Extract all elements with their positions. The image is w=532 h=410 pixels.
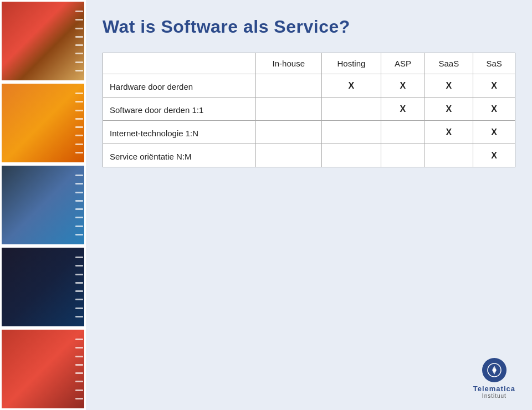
col-header-sas: SaS (473, 53, 515, 74)
cell-internet-inhouse (256, 121, 321, 144)
col-header-inhouse: In-house (256, 53, 321, 74)
x-mark: X (491, 127, 497, 137)
col-header-hosting: Hosting (321, 53, 381, 74)
x-mark: X (491, 151, 497, 160)
sidebar-image-3 (0, 164, 86, 246)
cell-internet-saas: X (424, 121, 473, 144)
cell-hardware-inhouse (256, 74, 321, 98)
table-row: Software door derden 1:1 X X X (103, 98, 515, 121)
table-row: Hardware door derden X X X X (103, 74, 515, 98)
sidebar-image-4 (0, 246, 86, 328)
col-header-empty (103, 53, 256, 74)
cell-software-sas: X (473, 98, 515, 121)
col-header-asp: ASP (381, 53, 424, 74)
left-sidebar (0, 0, 86, 410)
row-label-hardware: Hardware door derden (103, 74, 256, 98)
table-row: Internet-technologie 1:N X X (103, 121, 515, 144)
cell-internet-sas: X (473, 121, 515, 144)
cell-software-asp: X (381, 98, 424, 121)
cell-hardware-hosting: X (321, 74, 381, 98)
logo-name: Telematica (473, 385, 515, 393)
col-header-saas: SaaS (424, 53, 473, 74)
table-header-row: In-house Hosting ASP SaaS SaS (103, 53, 515, 74)
sidebar-image-1 (0, 0, 86, 82)
cell-software-inhouse (256, 98, 321, 121)
svg-point-1 (493, 368, 496, 372)
row-label-internet: Internet-technologie 1:N (103, 121, 256, 144)
cell-hardware-asp: X (381, 74, 424, 98)
table-row: Service oriëntatie N:M X (103, 144, 515, 167)
cell-service-inhouse (256, 144, 321, 167)
sidebar-image-2 (0, 82, 86, 164)
x-mark: X (400, 104, 406, 114)
logo-area: Telematica Instituut (473, 358, 515, 399)
cell-software-saas: X (424, 98, 473, 121)
sidebar-images (0, 0, 86, 410)
x-mark: X (446, 104, 452, 114)
footer-area: Telematica Instituut (103, 352, 515, 399)
row-label-service: Service oriëntatie N:M (103, 144, 256, 167)
x-mark: X (491, 81, 497, 90)
cell-internet-hosting (321, 121, 381, 144)
logo-icon (487, 362, 502, 378)
cell-hardware-saas: X (424, 74, 473, 98)
main-content: Wat is Software als Service? In-house Ho… (86, 0, 532, 410)
page-title: Wat is Software als Service? (103, 17, 515, 37)
cell-software-hosting (321, 98, 381, 121)
cell-internet-asp (381, 121, 424, 144)
x-mark: X (491, 104, 497, 114)
cell-service-hosting (321, 144, 381, 167)
cell-service-saas (424, 144, 473, 167)
comparison-table: In-house Hosting ASP SaaS SaS Hardware d… (103, 53, 515, 167)
x-mark: X (400, 81, 406, 90)
cell-service-sas: X (473, 144, 515, 167)
cell-service-asp (381, 144, 424, 167)
x-mark: X (349, 81, 355, 90)
x-mark: X (446, 81, 452, 90)
sidebar-image-5 (0, 328, 86, 410)
cell-hardware-sas: X (473, 74, 515, 98)
x-mark: X (446, 127, 452, 137)
logo-sub: Instituut (482, 393, 507, 399)
logo-circle (482, 358, 507, 382)
row-label-software: Software door derden 1:1 (103, 98, 256, 121)
